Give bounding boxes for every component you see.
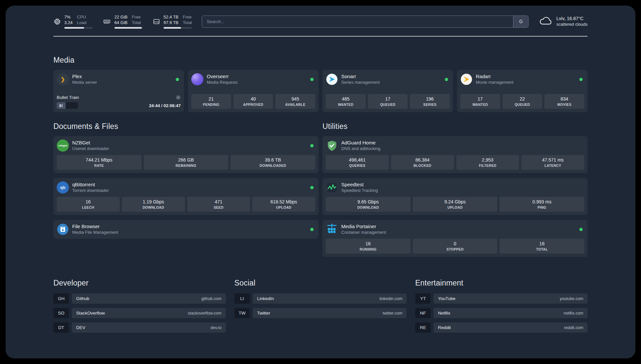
pause-icon[interactable] bbox=[60, 104, 62, 107]
bookmark-dev[interactable]: DT DEV dev.to bbox=[53, 322, 226, 333]
sonarr-card: Sonarr Series management 485 WANTED 17 Q… bbox=[322, 70, 453, 112]
stat-tile: 17 QUEUED bbox=[368, 94, 408, 109]
media-cards: ❯ Plex Media server Bullet Train bbox=[53, 70, 588, 112]
filebrowser-status-dot bbox=[310, 228, 314, 231]
utilities-heading: Utilities bbox=[322, 122, 588, 131]
adguard-title: AdGuard Home bbox=[341, 140, 381, 146]
stat-tile: 0.993 ms PING bbox=[500, 197, 584, 212]
stat-tile: 1.19 Gbps DOWNLOAD bbox=[122, 197, 185, 212]
bookmark-youtube[interactable]: YT YouTube youtube.com bbox=[415, 293, 588, 304]
stat-tile: 618.52 Mbps UPLOAD bbox=[252, 197, 315, 212]
nzbget-card: nzbget NZBGet Usenet downloader 744.21 M… bbox=[53, 136, 319, 173]
stat-tile: 834 MOVIES bbox=[544, 94, 584, 109]
qbittorrent-icon: qb bbox=[57, 181, 69, 194]
radarr-stats: 17 WANTED 22 QUEUED 834 MOVIES bbox=[460, 94, 584, 109]
bookmark-name: LinkedIn bbox=[257, 296, 274, 301]
overseerr-link[interactable]: Overseerr Media Requests bbox=[191, 73, 315, 85]
resource-monitors: 7% 3.24 CPU Load bbox=[53, 14, 192, 29]
bookmark-reddit[interactable]: RE Reddit reddit.com bbox=[415, 322, 588, 333]
ram-icon bbox=[103, 18, 111, 25]
overseerr-icon bbox=[191, 73, 203, 85]
qbittorrent-subtitle: Torrent downloader bbox=[72, 188, 109, 194]
bookmark-stackoverflow[interactable]: SO StackOverflow stackoverflow.com bbox=[53, 308, 226, 318]
stat-tile: 16 TOTAL bbox=[500, 239, 584, 254]
playback-time: 24:44 / 02:06:47 bbox=[149, 103, 181, 108]
nzbget-link[interactable]: nzbget NZBGet Usenet downloader bbox=[57, 139, 315, 152]
plex-link[interactable]: ❯ Plex Media server bbox=[57, 73, 181, 85]
portainer-stats: 16 RUNNING 0 STOPPED 16 TOTAL bbox=[326, 239, 584, 254]
qbittorrent-status-dot bbox=[310, 186, 314, 189]
plex-status-dot bbox=[176, 78, 179, 81]
entertainment-heading: Entertainment bbox=[415, 279, 588, 288]
search-provider-button[interactable]: G bbox=[513, 16, 528, 27]
bookmark-linkedin[interactable]: LI LinkedIn linkedin.com bbox=[234, 293, 407, 304]
weather-widget[interactable]: Lviv, 16.87°C scattered clouds bbox=[538, 15, 588, 27]
cpu-load-value: 3.24 bbox=[64, 20, 73, 25]
stat-tile: 47.571 ms LATENCY bbox=[521, 155, 584, 170]
radarr-link[interactable]: Radarr Movie management bbox=[460, 73, 584, 85]
nzbget-icon: nzbget bbox=[57, 139, 69, 152]
section-documents: Documents & Files nzbget NZBGet Usenet d… bbox=[53, 122, 319, 239]
bookmark-abbr: YT bbox=[415, 293, 431, 304]
now-playing-title: Bullet Train bbox=[57, 95, 79, 100]
ram-monitor: 22 GiB 64 GiB Free Total bbox=[103, 14, 143, 29]
portainer-title: Media Portainer bbox=[341, 224, 386, 229]
disk-readout: 52.4 TB 97.9 TB Free Total bbox=[164, 14, 192, 29]
stat-tile: 9.24 Gbps UPLOAD bbox=[413, 197, 498, 212]
stat-tile: 471 SEED bbox=[187, 197, 250, 212]
developer-heading: Developer bbox=[53, 279, 226, 288]
speedtest-icon bbox=[326, 181, 338, 194]
stat-tile: 498,461 QUERIES bbox=[326, 155, 389, 170]
bookmark-abbr: GH bbox=[53, 293, 69, 304]
disk-free-label: Free bbox=[183, 14, 192, 20]
portainer-card: Media Portainer Container management 16 … bbox=[322, 220, 588, 257]
bookmark-github[interactable]: GH Github github.com bbox=[53, 293, 226, 304]
speedtest-stats: 9.65 Gbps DOWNLOAD 9.24 Gbps UPLOAD 0.99… bbox=[326, 197, 584, 212]
social-heading: Social bbox=[234, 279, 407, 288]
stat-tile: 0 STOPPED bbox=[413, 239, 498, 254]
section-middle: Documents & Files nzbget NZBGet Usenet d… bbox=[53, 122, 588, 257]
weather-condition: scattered clouds bbox=[556, 21, 588, 27]
settings-gear-icon[interactable] bbox=[176, 95, 181, 100]
stat-tile: 266 GB REMAINING bbox=[144, 155, 229, 170]
bookmark-url: twitter.com bbox=[383, 311, 403, 316]
search-input[interactable] bbox=[202, 16, 513, 27]
bookmark-name: StackOverflow bbox=[76, 311, 105, 316]
disk-icon bbox=[153, 18, 160, 25]
adguard-link[interactable]: AdGuard Home DNS and adblocking bbox=[326, 139, 584, 152]
portainer-icon bbox=[326, 223, 338, 235]
sonarr-status-dot bbox=[445, 78, 448, 81]
filebrowser-link[interactable]: File Browser Media File Management bbox=[57, 223, 315, 235]
bookmarks-social: Social LI LinkedIn linkedin.com TW Twitt… bbox=[234, 279, 407, 322]
dashboard-content: 7% 3.24 CPU Load bbox=[53, 6, 588, 337]
stat-tile: 40 APPROVED bbox=[233, 94, 273, 109]
nzbget-subtitle: Usenet downloader bbox=[72, 146, 109, 152]
qbittorrent-link[interactable]: qb qBittorrent Torrent downloader bbox=[57, 181, 315, 194]
cpu-readout: 7% 3.24 CPU Load bbox=[64, 14, 93, 29]
weather-cloud-icon bbox=[538, 15, 553, 27]
bookmark-url: linkedin.com bbox=[380, 296, 402, 301]
adguard-icon bbox=[326, 139, 338, 152]
qbittorrent-stats: 16 LEECH 1.19 Gbps DOWNLOAD 471 SEED bbox=[57, 197, 315, 212]
bookmark-name: Netflix bbox=[438, 311, 450, 316]
stat-tile: 22 QUEUED bbox=[503, 94, 542, 109]
ram-progress-bar bbox=[114, 27, 143, 29]
bookmark-twitter[interactable]: TW Twitter twitter.com bbox=[234, 308, 407, 318]
cpu-label: CPU bbox=[77, 14, 86, 20]
bookmark-name: Twitter bbox=[257, 311, 270, 316]
bookmark-url: netflix.com bbox=[564, 311, 583, 316]
bookmark-netflix[interactable]: NF Netflix netflix.com bbox=[415, 308, 588, 318]
stat-tile: 39.6 TB DOWNLOADED bbox=[230, 155, 315, 170]
disk-progress-bar bbox=[164, 27, 192, 29]
disk-free-value: 52.4 TB bbox=[164, 14, 178, 20]
stat-tile: 9.65 Gbps DOWNLOAD bbox=[326, 197, 411, 212]
bookmarks-entertainment: Entertainment YT YouTube youtube.com NF … bbox=[415, 279, 588, 337]
portainer-link[interactable]: Media Portainer Container management bbox=[326, 223, 584, 235]
sonarr-link[interactable]: Sonarr Series management bbox=[326, 73, 450, 85]
bookmark-name: YouTube bbox=[438, 296, 455, 301]
documents-heading: Documents & Files bbox=[53, 122, 319, 131]
playback-progress[interactable] bbox=[57, 102, 78, 109]
speedtest-link[interactable]: Speedtest Speedtest Tracking bbox=[326, 181, 584, 194]
cpu-monitor: 7% 3.24 CPU Load bbox=[53, 14, 93, 29]
stat-tile: 16 RUNNING bbox=[326, 239, 411, 254]
